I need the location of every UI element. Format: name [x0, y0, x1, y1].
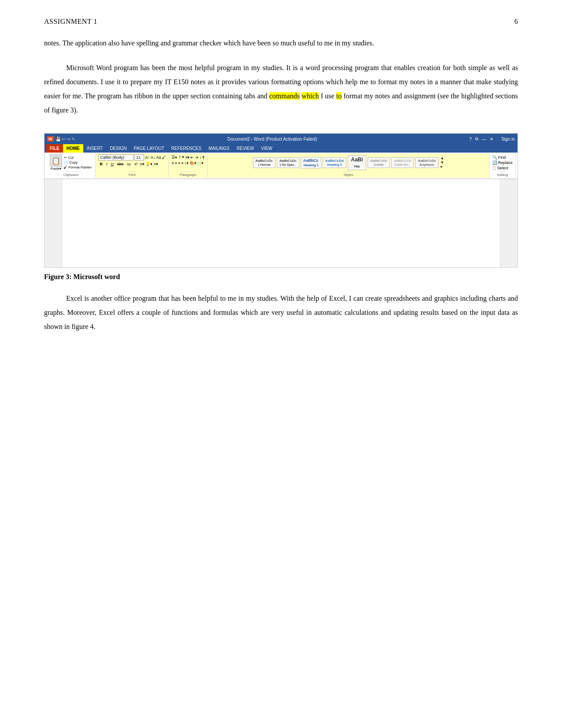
- styles-scroll[interactable]: ▲ ▼ ▾: [440, 156, 444, 169]
- show-formatting-btn[interactable]: ¶: [202, 155, 205, 160]
- multilevel-btn[interactable]: ≡▾: [185, 155, 190, 160]
- copy-btn[interactable]: 📄 Copy: [64, 161, 92, 164]
- numbering-btn[interactable]: ⒈▾: [178, 154, 184, 160]
- word-document-area[interactable]: [45, 179, 517, 267]
- style-subtle-em[interactable]: AaBbCcDcSubtle Em...: [391, 157, 414, 168]
- format-painter-btn[interactable]: 🖌 Format Painter: [64, 165, 92, 169]
- align-right-btn[interactable]: ≡: [178, 161, 180, 165]
- help-btn[interactable]: ?: [469, 137, 472, 142]
- style-heading1[interactable]: AaBbCcHeading 1: [301, 157, 321, 168]
- clipboard-sub: ✂ Cut 📄 Copy 🖌 Format Painter: [64, 156, 92, 169]
- borders-btn[interactable]: ⬚▾: [197, 161, 204, 165]
- change-case-btn[interactable]: 🖊: [162, 155, 166, 160]
- style-emphasis[interactable]: AaBbCcDcEmphasis: [415, 157, 439, 168]
- styles-gallery: AaBbCcDc1 Normal AaBbCcDc1 No Spac... Aa…: [253, 155, 439, 170]
- ribbon-group-font: Calibri (Body) 11 A↑ A↓ Aa 🖊 B I U abc x…: [96, 153, 169, 178]
- figure-caption: Figure 3: Microsoft word: [44, 273, 518, 281]
- paste-label[interactable]: Paste ▾: [51, 167, 61, 171]
- ribbon-group-styles: AaBbCcDc1 Normal AaBbCcDc1 No Spac... Aa…: [208, 153, 490, 178]
- tab-page-layout[interactable]: PAGE LAYOUT: [130, 144, 168, 153]
- restore-btn[interactable]: ⧉: [475, 136, 478, 142]
- tab-home[interactable]: HOME: [63, 144, 83, 153]
- editing-label: Editing: [497, 172, 508, 177]
- title-bar-right: ? ⧉ — ✕ Sign in: [469, 136, 515, 142]
- paragraph-label: Paragraph: [180, 172, 196, 177]
- font-size-box[interactable]: 11: [134, 154, 144, 161]
- bullets-btn[interactable]: ☰▾: [171, 155, 177, 160]
- justify-btn[interactable]: ≡: [181, 161, 183, 165]
- paste-btn-area[interactable]: 📋 Paste ▾: [50, 154, 62, 171]
- align-left-btn[interactable]: ≡: [171, 161, 174, 165]
- word-title-bar: W 💾 ↩ ↪ ✎ Document2 - Word (Product Acti…: [45, 134, 517, 144]
- tab-insert[interactable]: INSERT: [83, 144, 107, 153]
- close-btn[interactable]: ✕: [490, 137, 493, 142]
- line-spacing-btn[interactable]: ↕▾: [184, 161, 189, 165]
- editing-content: 🔍 Find 🔄 Replace ⬚ Select: [492, 154, 513, 171]
- doc-left-panel: [45, 179, 62, 267]
- style-heading2[interactable]: AaBbCcDdHeading 2: [323, 157, 346, 168]
- styles-content: AaBbCcDc1 Normal AaBbCcDc1 No Spac... Aa…: [253, 154, 444, 171]
- paste-icon[interactable]: 📋: [50, 154, 62, 167]
- word-tabs-bar: FILE HOME INSERT DESIGN PAGE LAYOUT REFE…: [45, 144, 517, 153]
- font-row-2: B I U abc x₂ x² A▾ 💡▾ A▾: [98, 161, 166, 167]
- assignment-title: ASSIGNMENT 1: [44, 18, 97, 26]
- shrink-font-btn[interactable]: A↓: [151, 155, 156, 160]
- decrease-indent-btn[interactable]: ⇤: [190, 155, 194, 160]
- sort-btn[interactable]: ↕: [199, 155, 201, 160]
- tab-file[interactable]: FILE: [46, 144, 63, 153]
- superscript-btn[interactable]: x²: [133, 161, 139, 167]
- title-bar-icons: 💾 ↩ ↪ ✎: [56, 137, 75, 142]
- font-label: Font: [129, 172, 136, 177]
- tab-view[interactable]: VIEW: [257, 144, 276, 153]
- bold-btn[interactable]: B: [98, 161, 104, 167]
- doc-title: Document2 - Word (Product Activation Fai…: [227, 137, 317, 142]
- sign-in-btn[interactable]: Sign in: [501, 137, 515, 142]
- style-normal[interactable]: AaBbCcDc1 Normal: [253, 157, 275, 168]
- highlight-commands: commands: [269, 92, 300, 100]
- page-header: ASSIGNMENT 1 6: [44, 18, 518, 26]
- grow-font-btn[interactable]: A↑: [145, 155, 150, 160]
- paragraph-content: ☰▾ ⒈▾ ≡▾ ⇤ ⇥ ↕ ¶ ≡ ≡ ≡ ≡ ↕▾ 🎨▾: [171, 154, 205, 171]
- font-row-1: Calibri (Body) 11 A↑ A↓ Aa 🖊: [98, 154, 166, 161]
- tab-design[interactable]: DESIGN: [106, 144, 130, 153]
- tab-references[interactable]: REFERENCES: [168, 144, 205, 153]
- minimize-btn[interactable]: —: [482, 137, 486, 142]
- shading-btn[interactable]: 🎨▾: [190, 161, 197, 165]
- align-center-btn[interactable]: ≡: [175, 161, 177, 165]
- strikethrough-btn[interactable]: abc: [116, 161, 125, 167]
- style-no-space[interactable]: AaBbCcDc1 No Spac...: [277, 157, 299, 168]
- doc-right-panel: [500, 179, 517, 267]
- find-btn[interactable]: 🔍 Find: [492, 155, 513, 160]
- ribbon-group-paragraph: ☰▾ ⒈▾ ≡▾ ⇤ ⇥ ↕ ¶ ≡ ≡ ≡ ≡ ↕▾ 🎨▾: [169, 153, 208, 178]
- font-color-btn[interactable]: A▾: [140, 162, 145, 166]
- title-bar-left: W 💾 ↩ ↪ ✎: [47, 136, 75, 142]
- word-ribbon: 📋 Paste ▾ ✂ Cut 📄 Copy 🖌 Format Painter …: [45, 153, 517, 179]
- font-name-box[interactable]: Calibri (Body): [98, 154, 134, 161]
- tab-mailings[interactable]: MAILINGS: [205, 144, 233, 153]
- paragraph-3: Excel is another office program that has…: [44, 291, 518, 334]
- highlight-to: to: [336, 92, 342, 100]
- italic-btn[interactable]: I: [105, 161, 109, 167]
- paragraph-row-2: ≡ ≡ ≡ ≡ ↕▾ 🎨▾ ⬚▾: [171, 161, 205, 165]
- clipboard-content: 📋 Paste ▾ ✂ Cut 📄 Copy 🖌 Format Painter: [50, 154, 92, 171]
- tab-review[interactable]: REVIEW: [233, 144, 257, 153]
- paragraph-row-1: ☰▾ ⒈▾ ≡▾ ⇤ ⇥ ↕ ¶: [171, 154, 205, 160]
- text-effects-btn[interactable]: A▾: [153, 162, 158, 166]
- select-btn[interactable]: ⬚ Select: [492, 166, 513, 170]
- paragraph-1: notes. The application also have spellin…: [44, 36, 518, 50]
- underline-btn[interactable]: U: [109, 161, 115, 167]
- ribbon-group-editing: 🔍 Find 🔄 Replace ⬚ Select Editing: [490, 153, 516, 178]
- ribbon-group-clipboard: 📋 Paste ▾ ✂ Cut 📄 Copy 🖌 Format Painter …: [46, 153, 96, 178]
- replace-btn[interactable]: 🔄 Replace: [492, 161, 513, 165]
- clear-format-btn[interactable]: Aa: [156, 155, 161, 160]
- doc-main[interactable]: [64, 179, 498, 267]
- highlight-btn[interactable]: 💡▾: [145, 162, 153, 166]
- styles-label: Styles: [343, 172, 353, 177]
- style-title[interactable]: AaBlTitle: [348, 155, 366, 170]
- cut-btn[interactable]: ✂ Cut: [64, 156, 92, 160]
- increase-indent-btn[interactable]: ⇥: [195, 155, 198, 160]
- paragraph-2: Microsoft Word program has been the most…: [44, 61, 518, 117]
- style-subtitle[interactable]: AaBbCcDcSubtitle: [368, 157, 390, 168]
- clipboard-label: Clipboard: [63, 172, 78, 177]
- subscript-btn[interactable]: x₂: [126, 161, 132, 167]
